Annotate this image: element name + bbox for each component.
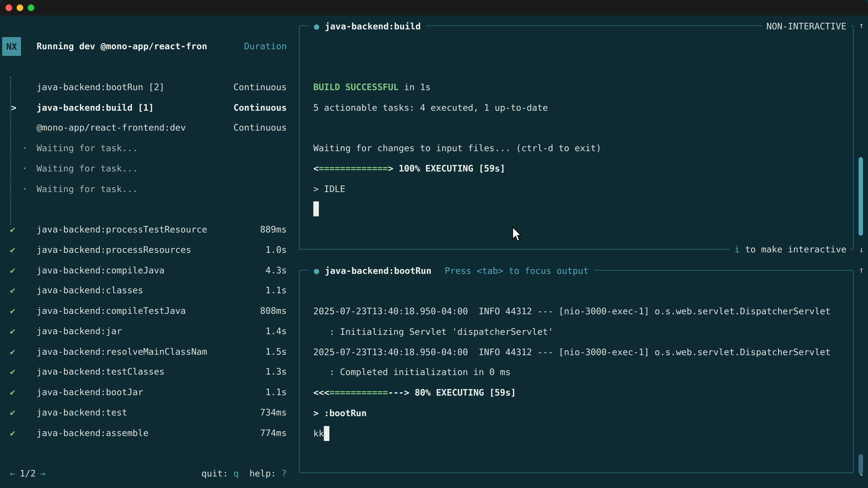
panel-title-text: java-backend:bootRun [325,265,432,276]
task-row-build-selected[interactable]: > java-backend:build [1] Continuous [10,97,287,118]
task-duration: 1.4s [266,326,287,336]
check-icon: ✔ [10,366,16,377]
task-row-completed[interactable]: ✔ java-backend:test 734ms [10,402,287,423]
task-row-frontend-dev[interactable]: @mono-app/react-frontend:dev Continuous [10,118,287,138]
build-terminal-output: BUILD SUCCESSFUL in 1s 5 actionable task… [313,36,839,219]
progress-fill: =========== [329,387,388,398]
task-row-waiting[interactable]: · Waiting for task... [10,158,287,179]
gradle-progress-bar: <=============> 100% EXECUTING [59s] [313,158,839,178]
task-bullet-icon: ● [314,21,319,31]
terminal-window: NX Running dev @mono-app/react-fron Dura… [0,0,868,488]
check-icon: ✔ [10,305,16,316]
input-line[interactable]: kk [313,423,839,444]
scrollbar-thumb[interactable] [859,157,863,236]
task-status: Continuous [234,102,287,113]
cursor-line [313,199,839,219]
bootrun-terminal-output: 2025-07-23T13:40:18.950-04:00 INFO 44312… [313,281,839,444]
task-label: Waiting for task... [37,163,138,174]
check-icon: ✔ [10,387,16,397]
task-duration: 1.1s [266,285,287,296]
terminal-cursor [313,201,319,217]
task-duration: 808ms [260,305,287,316]
interactive-hint-text: to make interactive [740,244,846,254]
scroll-up-icon[interactable]: ↑ [856,18,867,33]
task-label: java-backend:compileJava [37,265,164,275]
task-label: java-backend:bootRun [2] [37,82,164,92]
check-icon: ✔ [10,224,16,235]
task-duration: 734ms [260,407,287,418]
bootrun-task-line: > :bootRun [313,403,839,423]
help-label: help: [239,468,281,479]
task-duration: 1.0s [266,245,287,255]
log-line: : Completed initialization in 0 ms [313,362,839,383]
task-label: Waiting for task... [37,184,138,194]
minimize-button[interactable] [17,4,23,11]
task-row-completed[interactable]: ✔ java-backend:testClasses 1.3s [10,362,287,382]
check-icon: ✔ [10,427,16,438]
log-line: 2025-07-23T13:40:18.950-04:00 INFO 44312… [313,342,839,362]
noninteractive-badge: NON-INTERACTIVE [762,16,851,36]
task-status: Continuous [234,123,287,133]
log-line: : Initializing Servlet 'dispatcherServle… [313,322,839,342]
bootrun-output-panel: ● java-backend:bootRun Press <tab> to fo… [299,270,854,473]
log-line: 2025-07-23T13:40:18.950-04:00 INFO 44312… [313,301,839,322]
task-label: java-backend:processResources [37,245,191,255]
help-key: ? [281,468,287,479]
task-duration: 1.5s [266,346,287,357]
prev-page-arrow-icon[interactable]: ← [10,468,16,479]
zoom-button[interactable] [28,4,34,11]
scrollbar-thumb[interactable] [859,454,863,474]
idle-line: > IDLE [313,178,839,199]
check-icon: ✔ [10,326,16,336]
task-row-waiting[interactable]: · Waiting for task... [10,138,287,158]
interactive-hint: i to make interactive [730,239,851,259]
task-list-footer: ← 1/2 → quit: q help: ? [10,463,287,484]
check-icon: ✔ [10,407,16,418]
task-label: java-backend:test [37,407,127,418]
scroll-up-icon[interactable]: ↑ [856,263,867,277]
task-row-completed[interactable]: ✔ java-backend:bootJar 1.1s [10,382,287,402]
pagination: 1/2 [20,468,36,479]
task-row-completed[interactable]: ✔ java-backend:processResources 1.0s [10,240,287,260]
task-row-completed[interactable]: ✔ java-backend:classes 1.1s [10,281,287,301]
next-page-arrow-icon[interactable]: → [40,468,46,479]
task-row-completed[interactable]: ✔ java-backend:assemble 774ms [10,423,287,443]
close-button[interactable] [5,4,12,11]
task-row-completed[interactable]: ✔ java-backend:jar 1.4s [10,321,287,341]
check-icon: ✔ [10,346,16,357]
build-panel-title: ● java-backend:build [308,16,426,36]
task-label: java-backend:testClasses [37,366,164,377]
task-row-completed[interactable]: ✔ java-backend:resolveMainClassNam 1.5s [10,341,287,362]
task-row-completed[interactable]: ✔ java-backend:compileJava 4.3s [10,260,287,281]
task-duration: 1.1s [266,387,287,397]
task-duration: 4.3s [266,265,287,275]
waiting-for-changes-line: Waiting for changes to input files... (c… [313,138,839,158]
mouse-cursor-icon [512,226,522,243]
task-label: java-backend:build [1] [37,102,154,113]
task-label: java-backend:processTestResource [37,224,207,235]
task-row-waiting[interactable]: · Waiting for task... [10,179,287,199]
task-status: Continuous [234,82,287,92]
waiting-bullet-icon: · [22,184,28,194]
progress-fill: ============= [319,163,388,174]
focus-output-hint: Press <tab> to focus output [445,265,589,276]
task-row-completed[interactable]: ✔ java-backend:processTestResource 889ms [10,219,287,240]
task-label: @mono-app/react-frontend:dev [37,123,186,133]
task-label: java-backend:resolveMainClassNam [37,346,207,357]
build-output-panel: ● java-backend:build NON-INTERACTIVE i t… [299,26,854,250]
task-label: java-backend:jar [37,326,122,336]
check-icon: ✔ [10,245,16,255]
task-row-completed[interactable]: ✔ java-backend:compileTestJava 808ms [10,301,287,321]
scroll-down-icon[interactable]: ↓ [856,242,867,257]
task-label: java-backend:classes [37,285,143,296]
task-bullet-icon: ● [314,265,319,276]
task-label: java-backend:bootJar [37,387,143,397]
tasks-summary-line: 5 actionable tasks: 4 executed, 1 up-to-… [313,97,839,118]
task-row-bootrun[interactable]: java-backend:bootRun [2] Continuous [10,77,287,97]
task-duration: 1.3s [266,366,287,377]
task-list-panel: NX Running dev @mono-app/react-fron Dura… [0,15,293,488]
waiting-bullet-icon: · [22,143,28,153]
task-list-header: Running dev @mono-app/react-fron Duratio… [10,36,287,57]
quit-key: q [234,468,239,479]
interactive-hint-key: i [735,244,740,254]
